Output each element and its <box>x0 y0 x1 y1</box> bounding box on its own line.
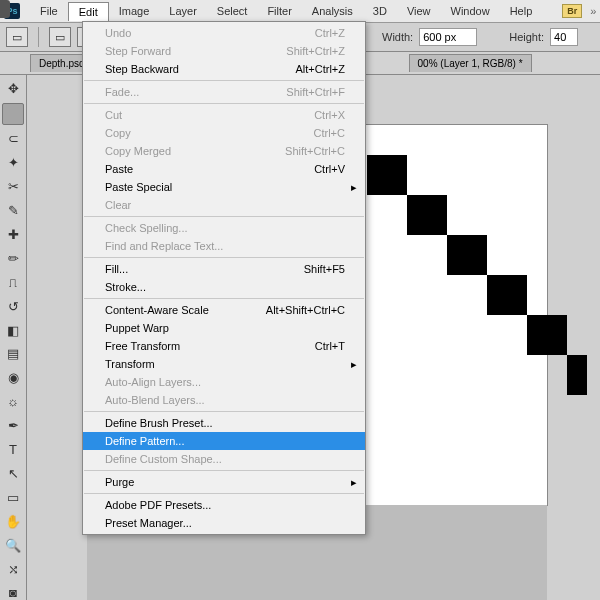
menu-item-step-backward[interactable]: Step BackwardAlt+Ctrl+Z <box>83 60 365 78</box>
quickmask-icon[interactable]: ◙ <box>3 583 23 600</box>
menu-separator <box>84 298 364 299</box>
menu-item-cut: CutCtrl+X <box>83 106 365 124</box>
swap-colors-icon[interactable]: ⤭ <box>3 559 23 579</box>
menu-item-step-forward: Step ForwardShift+Ctrl+Z <box>83 42 365 60</box>
menu-item-shortcut: Shift+F5 <box>304 263 345 275</box>
menu-item-label: Step Forward <box>105 45 171 57</box>
menu-item-puppet-warp[interactable]: Puppet Warp <box>83 319 365 337</box>
width-label: Width: <box>382 31 413 43</box>
tool-panel: ✥ ⊂ ✦ ✂ ✎ ✚ ✏ ⎍ ↺ ◧ ▤ ◉ ☼ ✒ T ↖ ▭ ✋ 🔍 ⤭ … <box>0 75 27 600</box>
menu-item-transform[interactable]: Transform▸ <box>83 355 365 373</box>
menu-item-find-and-replace-text: Find and Replace Text... <box>83 237 365 255</box>
menu-layer[interactable]: Layer <box>159 2 207 20</box>
menu-item-label: Step Backward <box>105 63 179 75</box>
panel-edge[interactable] <box>0 0 10 18</box>
menu-item-auto-blend-layers: Auto-Blend Layers... <box>83 391 365 409</box>
zoom-tool-icon[interactable]: 🔍 <box>3 535 23 555</box>
menu-analysis[interactable]: Analysis <box>302 2 363 20</box>
bridge-badge[interactable]: Br <box>562 4 582 18</box>
menu-item-label: Define Custom Shape... <box>105 453 222 465</box>
menu-separator <box>84 216 364 217</box>
menu-item-label: Content-Aware Scale <box>105 304 209 316</box>
menu-item-label: Fill... <box>105 263 128 275</box>
menu-image[interactable]: Image <box>109 2 160 20</box>
menu-item-auto-align-layers: Auto-Align Layers... <box>83 373 365 391</box>
menu-separator <box>84 80 364 81</box>
menu-item-stroke[interactable]: Stroke... <box>83 278 365 296</box>
separator <box>38 27 39 47</box>
menu-item-label: Clear <box>105 199 131 211</box>
menu-filter[interactable]: Filter <box>257 2 301 20</box>
pen-tool-icon[interactable]: ✒ <box>3 416 23 436</box>
submenu-arrow-icon: ▸ <box>351 358 357 371</box>
history-tool-icon[interactable]: ↺ <box>3 296 23 316</box>
menu-edit[interactable]: Edit <box>68 2 109 21</box>
menu-item-shortcut: Ctrl+C <box>314 127 345 139</box>
document-tab-2[interactable]: 00% (Layer 1, RGB/8) * <box>409 54 532 72</box>
menu-item-paste[interactable]: PasteCtrl+V <box>83 160 365 178</box>
menu-window[interactable]: Window <box>441 2 500 20</box>
menu-item-copy: CopyCtrl+C <box>83 124 365 142</box>
menu-item-label: Copy <box>105 127 131 139</box>
menu-item-clear: Clear <box>83 196 365 214</box>
menu-item-adobe-pdf-presets[interactable]: Adobe PDF Presets... <box>83 496 365 514</box>
menu-item-content-aware-scale[interactable]: Content-Aware ScaleAlt+Shift+Ctrl+C <box>83 301 365 319</box>
menu-item-copy-merged: Copy MergedShift+Ctrl+C <box>83 142 365 160</box>
menu-help[interactable]: Help <box>500 2 543 20</box>
path-tool-icon[interactable]: ↖ <box>3 464 23 484</box>
menu-select[interactable]: Select <box>207 2 258 20</box>
opt-normal-icon[interactable]: ▭ <box>49 27 71 47</box>
menu-item-shortcut: Ctrl+T <box>315 340 345 352</box>
menu-item-label: Auto-Blend Layers... <box>105 394 205 406</box>
lasso-tool-icon[interactable]: ⊂ <box>3 129 23 149</box>
menu-item-shortcut: Ctrl+X <box>314 109 345 121</box>
menu-item-label: Auto-Align Layers... <box>105 376 201 388</box>
gradient-tool-icon[interactable]: ▤ <box>3 344 23 364</box>
menu-item-free-transform[interactable]: Free TransformCtrl+T <box>83 337 365 355</box>
menu-item-undo: UndoCtrl+Z <box>83 24 365 42</box>
brush-tool-icon[interactable]: ✏ <box>3 248 23 268</box>
menu-view[interactable]: View <box>397 2 441 20</box>
menu-item-fill[interactable]: Fill...Shift+F5 <box>83 260 365 278</box>
menu-item-shortcut: Alt+Ctrl+Z <box>295 63 345 75</box>
menu-separator <box>84 257 364 258</box>
menu-separator <box>84 411 364 412</box>
menu-item-label: Find and Replace Text... <box>105 240 223 252</box>
crop-tool-icon[interactable]: ✂ <box>3 177 23 197</box>
marquee-tool-icon[interactable] <box>2 103 24 125</box>
wand-tool-icon[interactable]: ✦ <box>3 153 23 173</box>
eraser-tool-icon[interactable]: ◧ <box>3 320 23 340</box>
eyedropper-tool-icon[interactable]: ✎ <box>3 201 23 221</box>
menu-item-label: Puppet Warp <box>105 322 169 334</box>
submenu-arrow-icon: ▸ <box>351 476 357 489</box>
menu-item-label: Cut <box>105 109 122 121</box>
menu-item-define-pattern[interactable]: Define Pattern... <box>83 432 365 450</box>
menu-item-shortcut: Alt+Shift+Ctrl+C <box>266 304 345 316</box>
menu-item-label: Copy Merged <box>105 145 171 157</box>
menu-item-label: Fade... <box>105 86 139 98</box>
menu-item-shortcut: Ctrl+V <box>314 163 345 175</box>
pattern-square <box>407 195 447 235</box>
menu-file[interactable]: File <box>30 2 68 20</box>
stamp-tool-icon[interactable]: ⎍ <box>3 272 23 292</box>
tool-preset-icon[interactable]: ▭ <box>6 27 28 47</box>
blur-tool-icon[interactable]: ◉ <box>3 368 23 388</box>
overflow-icon[interactable]: » <box>590 5 596 17</box>
menu-separator <box>84 103 364 104</box>
menu-item-check-spelling: Check Spelling... <box>83 219 365 237</box>
type-tool-icon[interactable]: T <box>3 440 23 460</box>
menu-item-paste-special[interactable]: Paste Special▸ <box>83 178 365 196</box>
menu-item-shortcut: Shift+Ctrl+C <box>285 145 345 157</box>
dodge-tool-icon[interactable]: ☼ <box>3 392 23 412</box>
menu-item-fade: Fade...Shift+Ctrl+F <box>83 83 365 101</box>
heal-tool-icon[interactable]: ✚ <box>3 224 23 244</box>
height-input[interactable] <box>550 28 578 46</box>
hand-tool-icon[interactable]: ✋ <box>3 511 23 531</box>
menu-item-preset-manager[interactable]: Preset Manager... <box>83 514 365 532</box>
shape-tool-icon[interactable]: ▭ <box>3 487 23 507</box>
width-input[interactable] <box>419 28 477 46</box>
move-tool-icon[interactable]: ✥ <box>3 79 23 99</box>
menu-3d[interactable]: 3D <box>363 2 397 20</box>
menu-item-purge[interactable]: Purge▸ <box>83 473 365 491</box>
menu-item-define-brush-preset[interactable]: Define Brush Preset... <box>83 414 365 432</box>
